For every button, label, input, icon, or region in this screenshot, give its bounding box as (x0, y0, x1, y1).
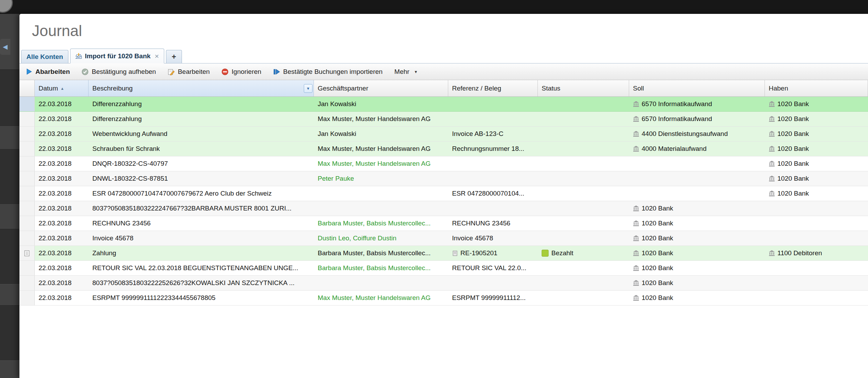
cell-geschaeftspartner: Max Muster, Muster Handelswaren AG (314, 141, 448, 156)
column-menu-button[interactable]: ▼ (304, 84, 312, 93)
column-header-datum[interactable]: Datum ▲ (35, 80, 89, 96)
cell-geschaeftspartner: Peter Pauke (314, 171, 448, 186)
cell-beschreibung: 8037?0508351803222247667?32BARBARA MUSTE… (89, 201, 314, 216)
note-icon (24, 250, 30, 257)
column-header-geschaeftspartner[interactable]: Geschäftspartner (314, 80, 448, 96)
cell-datum: 22.03.2018 (35, 201, 89, 216)
column-header-beschreibung[interactable]: Beschreibung ▼ (89, 80, 314, 96)
cell-soll: 4000 Materialaufwand (629, 141, 765, 156)
row-gutter (19, 112, 35, 126)
sidebar-segment (0, 305, 19, 361)
table-row[interactable]: 22.03.2018 ESR 0472800007104747000767967… (19, 186, 868, 201)
tab-add-button[interactable]: + (166, 50, 182, 63)
tab-import-1020-bank[interactable]: Import für 1020 Bank × (70, 49, 164, 63)
column-header-referenz-beleg[interactable]: Referenz / Beleg (448, 80, 538, 96)
cell-datum: 22.03.2018 (35, 276, 89, 290)
column-header-soll[interactable]: Soll (629, 80, 765, 96)
cell-soll (629, 171, 765, 186)
sidebar-segment (0, 229, 19, 284)
sort-asc-icon: ▲ (60, 86, 64, 91)
bearbeiten-button[interactable]: Bearbeiten (168, 68, 210, 76)
column-label: Haben (769, 85, 788, 92)
check-circle-icon (82, 68, 89, 75)
toolbar: Abarbeiten Bestätigung aufheben Bearbeit… (19, 63, 868, 80)
cell-status (538, 231, 629, 246)
cell-referenz: Rechnungsnummer 18... (448, 141, 538, 156)
button-label: Abarbeiten (35, 68, 70, 76)
cell-soll: 1020 Bank (629, 276, 765, 290)
column-label: Soll (633, 85, 644, 92)
cell-beschreibung: Schrauben für Schrank (89, 141, 314, 156)
plus-icon: + (172, 52, 176, 61)
cell-referenz: RE-1905201 (448, 246, 538, 260)
column-label: Status (542, 85, 560, 92)
cell-beschreibung: RECHNUNG 23456 (89, 216, 314, 231)
collapsed-sidebar[interactable]: ◀ (0, 14, 19, 378)
table-row[interactable]: 22.03.2018 Differenzzahlung Jan Kowalski (19, 97, 868, 112)
bestaetigung-aufheben-button[interactable]: Bestätigung aufheben (82, 68, 156, 76)
cell-haben (765, 201, 868, 216)
row-gutter (19, 127, 35, 141)
column-header-haben[interactable]: Haben (765, 80, 868, 96)
cell-geschaeftspartner: Jan Kowalski (314, 127, 448, 141)
cell-datum: 22.03.2018 (35, 246, 89, 260)
column-label: Geschäftspartner (318, 85, 368, 92)
bank-icon (769, 146, 775, 152)
table-row[interactable]: 22.03.2018 Differenzzahlung Max Muster, … (19, 112, 868, 127)
bank-icon (769, 161, 775, 167)
window-top-bar (0, 0, 868, 14)
table-row[interactable]: 22.03.2018 Webentwicklung Aufwand Jan Ko… (19, 127, 868, 141)
cell-geschaeftspartner: Max Muster, Muster Handelswaren AG (314, 112, 448, 126)
cell-referenz (448, 201, 538, 216)
cell-referenz (448, 97, 538, 111)
table-row[interactable]: 22.03.2018 ESRPMT 9999991111222334445567… (19, 291, 868, 306)
table-row[interactable]: 22.03.2018 8037?0508351803222252626?32KO… (19, 276, 868, 291)
table-row[interactable]: 22.03.2018 Zahlung Barbara Muster, Babsi… (19, 246, 868, 261)
sidebar-collapse-handle[interactable]: ◀ (0, 39, 10, 55)
column-header-gutter (19, 80, 35, 96)
cell-status (538, 201, 629, 216)
tab-close-icon[interactable]: × (155, 54, 159, 59)
ignorieren-button[interactable]: Ignorieren (222, 68, 261, 76)
cell-beschreibung: ESR 04728000071047470007679672 Aero Club… (89, 186, 314, 201)
table-row[interactable]: 22.03.2018 Schrauben für Schrank Max Mus… (19, 141, 868, 156)
table-row[interactable]: 22.03.2018 DNWL-180322-CS-87851 Peter Pa… (19, 171, 868, 186)
cell-geschaeftspartner: Barbara Muster, Babsis Mustercollec... (314, 246, 448, 260)
tab-alle-konten[interactable]: Alle Konten (21, 50, 68, 63)
import-tray-icon (75, 53, 82, 59)
cell-haben: 1020 Bank (765, 156, 868, 171)
cell-datum: 22.03.2018 (35, 261, 89, 275)
cell-datum: 22.03.2018 (35, 156, 89, 171)
cell-haben (765, 291, 868, 305)
page-title: Journal (19, 14, 868, 48)
abarbeiten-button[interactable]: Abarbeiten (26, 68, 70, 76)
table-row[interactable]: 22.03.2018 8037?0508351803222247667?32BA… (19, 201, 868, 216)
table-row[interactable]: 22.03.2018 RECHNUNG 23456 Barbara Muster… (19, 216, 868, 231)
cell-geschaeftspartner (314, 201, 448, 216)
mehr-button[interactable]: Mehr ▼ (394, 68, 418, 76)
cell-haben (765, 216, 868, 231)
cell-geschaeftspartner: Barbara Muster, Babsis Mustercollec... (314, 216, 448, 231)
row-gutter (19, 201, 35, 216)
cell-geschaeftspartner (314, 186, 448, 201)
ignore-icon (222, 68, 228, 75)
cell-datum: 22.03.2018 (35, 112, 89, 126)
cell-haben (765, 261, 868, 275)
column-header-status[interactable]: Status (538, 80, 629, 96)
cell-status (538, 127, 629, 141)
table-row[interactable]: 22.03.2018 DNQR-180322-CS-40797 Max Must… (19, 156, 868, 171)
cell-datum: 22.03.2018 (35, 231, 89, 246)
table-row[interactable]: 22.03.2018 RETOUR SIC VAL 22.03.2018 BEG… (19, 261, 868, 276)
bank-icon (769, 131, 775, 137)
column-label: Beschreibung (92, 85, 133, 92)
cell-haben: 1020 Bank (765, 171, 868, 186)
cell-datum: 22.03.2018 (35, 97, 89, 111)
cell-datum: 22.03.2018 (35, 141, 89, 156)
cell-haben: 1100 Debitoren (765, 246, 868, 260)
bank-icon (633, 220, 639, 226)
cell-geschaeftspartner: Max Muster, Muster Handelswaren AG (314, 291, 448, 305)
cell-soll: 1020 Bank (629, 261, 765, 275)
cell-beschreibung: DNQR-180322-CS-40797 (89, 156, 314, 171)
table-row[interactable]: 22.03.2018 Invoice 45678 Dustin Leo, Coi… (19, 231, 868, 246)
bestaetigte-buchungen-importieren-button[interactable]: Bestätigte Buchungen importieren (273, 68, 383, 76)
